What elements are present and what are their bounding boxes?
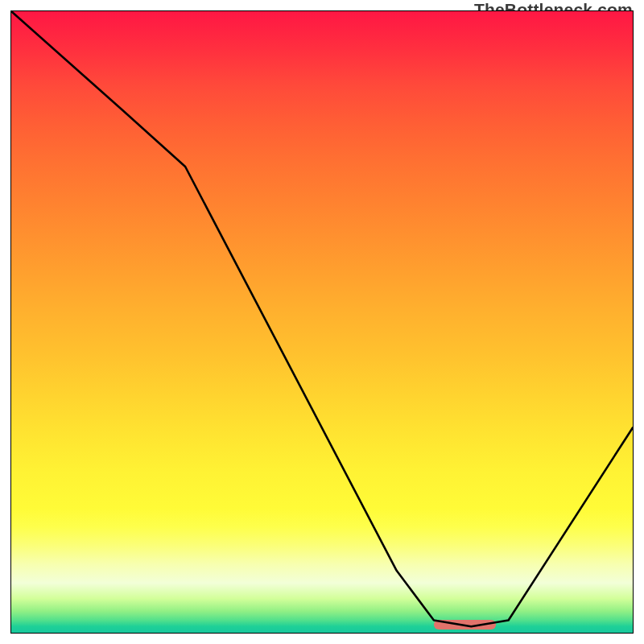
chart-svg — [11, 11, 633, 633]
data-curve — [11, 11, 633, 626]
chart-container: TheBottleneck.com — [0, 0, 644, 644]
plot-area — [10, 10, 634, 634]
